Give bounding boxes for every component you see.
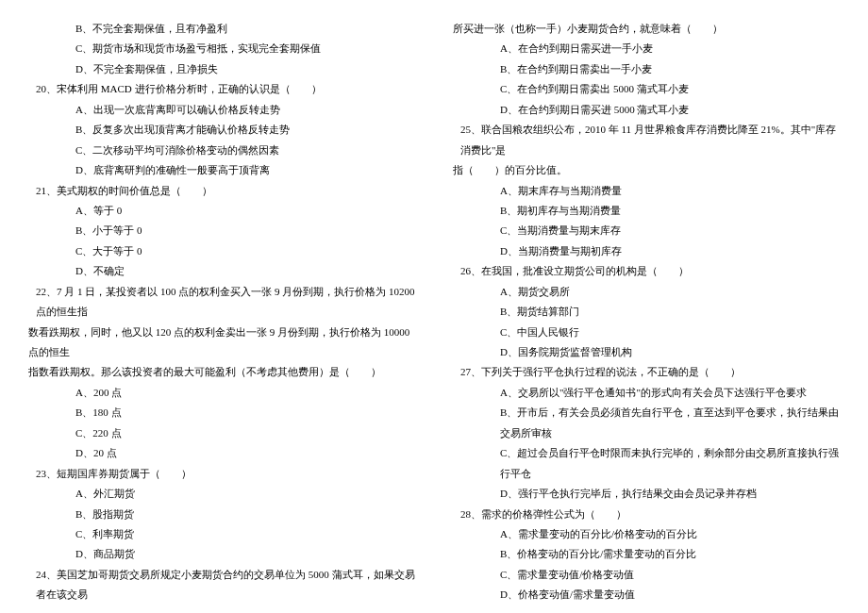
q22-option-d: D、20 点: [28, 443, 415, 463]
q23-option-c: C、利率期货: [28, 524, 415, 544]
q25-option-c: C、当期消费量与期末库存: [453, 221, 840, 240]
q25-option-a: A、期末库存与当期消费量: [453, 181, 840, 201]
q25-option-d: D、当期消费量与期初库存: [453, 241, 840, 261]
q26-option-a: A、期货交易所: [453, 282, 840, 302]
q26-option-d: D、国务院期货监督管理机构: [453, 342, 840, 362]
q27-stem: 27、下列关于强行平仓执行过程的说法，不正确的是（ ）: [453, 362, 840, 382]
q21-option-b: B、小于等于 0: [28, 221, 415, 240]
q19-option-d: D、不完全套期保值，且净损失: [28, 59, 415, 79]
q23-option-a: A、外汇期货: [28, 484, 415, 504]
q25-option-b: B、期初库存与当期消费量: [453, 201, 840, 221]
q25-stem-line2: 指（ ）的百分比值。: [453, 160, 840, 180]
q20-option-a: A、出现一次底背离即可以确认价格反转走势: [28, 100, 415, 120]
q24-option-b: B、在合约到期日需卖出一手小麦: [453, 59, 840, 79]
q26-option-b: B、期货结算部门: [453, 302, 840, 322]
q26-option-c: C、中国人民银行: [453, 323, 840, 342]
q21-stem: 21、美式期权的时间价值总是（ ）: [28, 181, 415, 201]
q22-stem-line3: 指数看跌期权。那么该投资者的最大可能盈利（不考虑其他费用）是（ ）: [28, 362, 415, 382]
page-content: B、不完全套期保值，且有净盈利 C、期货市场和现货市场盈亏相抵，实现完全套期保值…: [28, 19, 840, 605]
q22-stem-line2: 数看跌期权，同时，他又以 120 点的权利金卖出一张 9 月份到期，执行价格为 …: [28, 323, 415, 363]
q22-option-b: B、180 点: [28, 403, 415, 422]
q24-stem-line1: 24、美国芝加哥期货交易所规定小麦期货合约的交易单位为 5000 蒲式耳，如果交…: [28, 565, 415, 605]
q24-option-c: C、在合约到期日需卖出 5000 蒲式耳小麦: [453, 79, 840, 99]
right-column: 所买进一张（也称一手）小麦期货合约，就意味着（ ） A、在合约到期日需买进一手小…: [453, 19, 840, 605]
q24-stem-line2: 所买进一张（也称一手）小麦期货合约，就意味着（ ）: [453, 19, 840, 39]
q24-option-a: A、在合约到期日需买进一手小麦: [453, 39, 840, 58]
q23-option-b: B、股指期货: [28, 505, 415, 524]
q28-option-d: D、价格变动值/需求量变动值: [453, 585, 840, 605]
q27-option-a: A、交易所以"强行平仓通知书"的形式向有关会员下达强行平仓要求: [453, 383, 840, 403]
q28-option-a: A、需求量变动的百分比/价格变动的百分比: [453, 524, 840, 544]
q19-option-b: B、不完全套期保值，且有净盈利: [28, 19, 415, 39]
q27-option-c: C、超过会员自行平仓时限而未执行完毕的，剩余部分由交易所直接执行强行平仓: [453, 443, 840, 484]
q28-stem: 28、需求的价格弹性公式为（ ）: [453, 505, 840, 524]
q20-option-c: C、二次移动平均可消除价格变动的偶然因素: [28, 141, 415, 160]
q26-stem: 26、在我国，批准设立期货公司的机构是（ ）: [453, 261, 840, 281]
q23-stem: 23、短期国库券期货属于（ ）: [28, 464, 415, 484]
q20-option-d: D、底背离研判的准确性一般要高于顶背离: [28, 160, 415, 180]
q21-option-d: D、不确定: [28, 261, 415, 281]
q25-stem-line1: 25、联合国粮农组织公布，2010 年 11 月世界粮食库存消费比降至 21%。…: [453, 120, 840, 160]
q22-option-a: A、200 点: [28, 383, 415, 403]
q22-option-c: C、220 点: [28, 423, 415, 443]
q27-option-d: D、强行平仓执行完毕后，执行结果交由会员记录并存档: [453, 484, 840, 504]
left-column: B、不完全套期保值，且有净盈利 C、期货市场和现货市场盈亏相抵，实现完全套期保值…: [28, 19, 415, 605]
q22-stem-line1: 22、7 月 1 日，某投资者以 100 点的权利金买入一张 9 月份到期，执行…: [28, 282, 415, 323]
q21-option-a: A、等于 0: [28, 201, 415, 221]
q19-option-c: C、期货市场和现货市场盈亏相抵，实现完全套期保值: [28, 39, 415, 58]
q24-option-d: D、在合约到期日需买进 5000 蒲式耳小麦: [453, 100, 840, 120]
q21-option-c: C、大于等于 0: [28, 241, 415, 261]
q28-option-b: B、价格变动的百分比/需求量变动的百分比: [453, 544, 840, 564]
q23-option-d: D、商品期货: [28, 544, 415, 564]
q27-option-b: B、开市后，有关会员必须首先自行平仓，直至达到平仓要求，执行结果由交易所审核: [453, 403, 840, 443]
q20-stem: 20、宋体利用 MACD 进行价格分析时，正确的认识是（ ）: [28, 79, 415, 99]
q28-option-c: C、需求量变动值/价格变动值: [453, 565, 840, 585]
q20-option-b: B、反复多次出现顶背离才能确认价格反转走势: [28, 120, 415, 140]
